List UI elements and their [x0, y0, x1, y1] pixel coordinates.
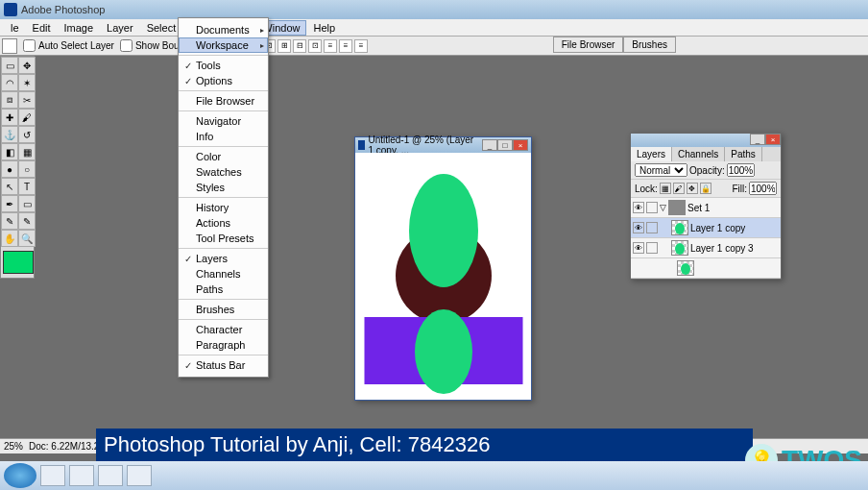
slice-tool-icon[interactable]: ✂ [18, 91, 36, 109]
eraser-tool-icon[interactable]: ◧ [1, 143, 18, 160]
menu-tools[interactable]: ✓Tools [179, 58, 268, 73]
marquee-tool-icon[interactable]: ▭ [1, 57, 18, 74]
layer-row-set[interactable]: 👁 ▽ Set 1 [631, 198, 781, 218]
auto-select-checkbox[interactable]: Auto Select Layer [23, 39, 114, 52]
visibility-icon[interactable]: 👁 [633, 202, 644, 213]
menu-brushes[interactable]: Brushes [179, 302, 268, 317]
lock-transparency-icon[interactable]: ▦ [660, 183, 671, 194]
zoom-tool-icon[interactable]: 🔍 [18, 230, 36, 247]
menu-paragraph[interactable]: Paragraph [179, 337, 268, 353]
auto-select-box[interactable] [23, 39, 36, 52]
start-button[interactable] [4, 463, 36, 488]
opacity-input[interactable] [727, 163, 755, 177]
blend-mode-select[interactable]: Normal [635, 163, 687, 177]
close-icon[interactable]: × [513, 139, 528, 151]
taskbar-app-icon[interactable] [69, 465, 94, 486]
canvas[interactable] [355, 153, 531, 400]
tab-paths[interactable]: Paths [725, 147, 762, 161]
panel-title-bar[interactable]: _ × [631, 134, 781, 147]
align-icon[interactable]: ⊞ [277, 39, 291, 53]
menu-documents[interactable]: Documents▸ [179, 22, 268, 37]
menu-paths[interactable]: Paths [179, 282, 268, 297]
dodge-tool-icon[interactable]: ○ [18, 160, 36, 178]
visibility-icon[interactable]: 👁 [633, 242, 644, 254]
banner-text: Photoshop Tutorial by Anji, Cell: 784232… [104, 432, 490, 456]
menu-status-bar[interactable]: ✓Status Bar [179, 357, 268, 373]
menu-file-browser[interactable]: File Browser [179, 93, 268, 109]
gradient-tool-icon[interactable]: ▦ [18, 143, 36, 160]
notes-tool-icon[interactable]: ✎ [1, 212, 18, 230]
move-tool-icon[interactable] [2, 38, 17, 54]
menu-layers[interactable]: ✓Layers [179, 251, 268, 266]
menu-image[interactable]: Image [58, 20, 101, 36]
brush-tool-icon[interactable]: 🖌 [18, 109, 36, 126]
fill-input[interactable] [749, 182, 777, 195]
menu-styles[interactable]: Styles [179, 180, 268, 195]
document-icon [358, 140, 365, 150]
menu-swatches[interactable]: Swatches [179, 164, 268, 180]
lock-pixels-icon[interactable]: 🖌 [673, 183, 685, 194]
menu-tool-presets[interactable]: Tool Presets [179, 231, 268, 246]
lock-position-icon[interactable]: ✥ [687, 183, 698, 194]
layer-thumbnail[interactable] [677, 260, 694, 276]
maximize-icon[interactable]: □ [497, 139, 513, 151]
menu-actions[interactable]: Actions [179, 215, 268, 231]
menu-navigator[interactable]: Navigator [179, 113, 268, 129]
menu-file[interactable]: le [4, 20, 26, 36]
layer-thumbnail[interactable] [671, 220, 688, 235]
taskbar-app-icon[interactable] [127, 465, 152, 486]
tab-brushes[interactable]: Brushes [623, 37, 676, 53]
menu-layer[interactable]: Layer [100, 20, 140, 36]
menu-character[interactable]: Character [179, 322, 268, 337]
menu-channels[interactable]: Channels [179, 266, 268, 282]
link-icon[interactable] [646, 202, 658, 213]
chevron-right-icon: ▸ [260, 41, 264, 50]
minimize-icon[interactable]: _ [750, 134, 765, 145]
taskbar-explorer-icon[interactable] [40, 465, 65, 486]
shape-tool-icon[interactable]: ▭ [18, 195, 36, 212]
layer-row-selected[interactable]: 👁 Layer 1 copy [631, 218, 781, 238]
lasso-tool-icon[interactable]: ◠ [1, 74, 18, 91]
tab-layers[interactable]: Layers [631, 147, 672, 161]
menu-help[interactable]: Help [306, 20, 342, 36]
blur-tool-icon[interactable]: ● [1, 160, 18, 178]
heal-tool-icon[interactable]: ✚ [1, 109, 18, 126]
link-icon[interactable] [646, 222, 658, 233]
foreground-color-swatch[interactable] [3, 251, 34, 274]
show-bounding-box[interactable] [120, 39, 133, 52]
history-brush-icon[interactable]: ↺ [18, 126, 36, 143]
menu-options[interactable]: ✓Options [179, 73, 268, 88]
menu-color[interactable]: Color [179, 149, 268, 164]
minimize-icon[interactable]: _ [482, 139, 497, 151]
layer-row[interactable]: 👁 Layer 1 copy 3 [631, 238, 781, 258]
menu-edit[interactable]: Edit [26, 20, 58, 36]
distribute-icon[interactable]: ≡ [339, 39, 352, 53]
visibility-icon[interactable]: 👁 [633, 222, 644, 233]
document-title-bar[interactable]: Untitled-1 @ 25% (Layer 1 copy, ... _ □ … [355, 137, 531, 153]
move-tool-icon[interactable]: ✥ [18, 57, 36, 74]
crop-tool-icon[interactable]: ⧈ [1, 91, 18, 109]
lock-all-icon[interactable]: 🔒 [700, 183, 711, 194]
hand-tool-icon[interactable]: ✋ [1, 230, 18, 247]
type-tool-icon[interactable]: T [18, 178, 36, 195]
align-icon[interactable]: ⊟ [293, 39, 306, 53]
close-icon[interactable]: × [765, 134, 781, 145]
distribute-icon[interactable]: ≡ [324, 39, 337, 53]
distribute-icon[interactable]: ≡ [354, 39, 368, 53]
pen-tool-icon[interactable]: ✒ [1, 195, 18, 212]
zoom-value[interactable]: 25% [4, 441, 23, 452]
menu-history[interactable]: History [179, 200, 268, 215]
align-icon[interactable]: ⊡ [308, 39, 322, 53]
layer-thumbnail[interactable] [671, 240, 688, 256]
path-tool-icon[interactable]: ↖ [1, 178, 18, 195]
stamp-tool-icon[interactable]: ⚓ [1, 126, 18, 143]
eyedropper-tool-icon[interactable]: ✎ [18, 212, 36, 230]
tab-file-browser[interactable]: File Browser [553, 37, 624, 53]
link-icon[interactable] [646, 242, 658, 254]
menu-select[interactable]: Select [140, 20, 183, 36]
menu-workspace[interactable]: Workspace▸ [179, 37, 268, 53]
taskbar-app-icon[interactable] [98, 465, 123, 486]
tab-channels[interactable]: Channels [672, 147, 725, 161]
wand-tool-icon[interactable]: ✶ [18, 74, 36, 91]
menu-info[interactable]: Info [179, 129, 268, 144]
